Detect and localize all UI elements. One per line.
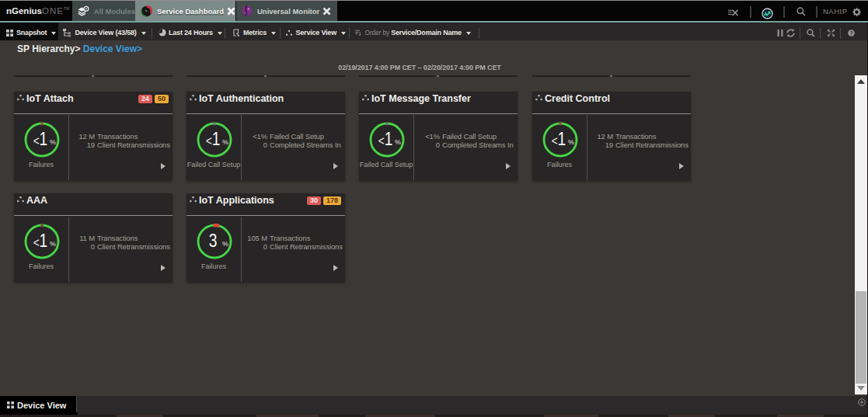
svg-text:?: ? [849, 30, 852, 35]
